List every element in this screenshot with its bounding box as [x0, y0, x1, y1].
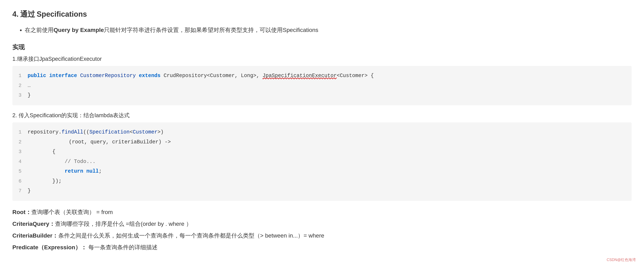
line-num-2-4: 4: [18, 157, 24, 166]
desc-criteriabuilder: CriteriaBuilder：条件之间是什么关系，如何生成一个查询条件，每一个…: [12, 230, 632, 241]
code-line-2-2: 2 (root, query, criteriaBuilder) ->: [18, 137, 626, 147]
code-line-2-5: 5 return null;: [18, 166, 626, 176]
code-line-1-2: 2 …: [18, 81, 626, 91]
step2-label: 2. 传入Specification的实现：结合lambda表达式: [12, 111, 632, 120]
section-number: 4.: [12, 8, 18, 20]
desc-root: Root：查询哪个表（关联查询） = from: [12, 207, 632, 218]
code-content-2-3: {: [28, 147, 626, 157]
desc-criteriaquery: CriteriaQuery：查询哪些字段，排序是什么 =组合(order by …: [12, 218, 632, 229]
c2-null-kw: null: [86, 168, 99, 174]
c2-Customer: Customer: [133, 129, 158, 135]
c2-generic: <: [130, 129, 133, 135]
line-num-1-3: 3: [18, 90, 24, 100]
code-content-2-7: }: [28, 186, 626, 196]
c2-repo: repository.: [28, 129, 62, 135]
code-JpaSpec: JpaSpecificationExecutor: [262, 73, 337, 79]
kw-interface: interface: [49, 73, 80, 79]
c2-close: >): [158, 129, 164, 135]
intro-bold1: Query by Example: [54, 27, 104, 33]
code-block-1: 1 public interface CustomerRepository ex…: [12, 66, 632, 105]
code-content-1-2: …: [28, 81, 626, 91]
intro-text-end: Specifications: [283, 27, 318, 33]
c2-brace-close: });: [28, 178, 62, 184]
line-num-2-2: 2: [18, 137, 24, 147]
c2-findAll: findAll: [62, 129, 83, 135]
line-num-2-6: 6: [18, 176, 24, 186]
desc-pred-label: Predicate（Expression）：: [12, 244, 87, 250]
code-content-1-1: public interface CustomerRepository exte…: [28, 71, 626, 81]
code-content-1-3: }: [28, 90, 626, 100]
impl-title: 实现: [12, 42, 632, 52]
intro-text-mid: 只能针对字符串进行条件设置，那如果希望对所有类型支持，可以使用: [104, 27, 283, 33]
step1-label: 1.继承接口JpaSpecificationExecutor: [12, 54, 632, 64]
c2-return-kw: return: [28, 168, 86, 174]
code-CustomerRepository: CustomerRepository: [80, 73, 139, 79]
desc-root-label: Root：: [12, 209, 31, 215]
code-content-2-2: (root, query, criteriaBuilder) ->: [28, 137, 626, 147]
code-content-2-4: // Todo...: [28, 157, 626, 167]
c2-brace-open: {: [28, 149, 56, 155]
code-line-2-4: 4 // Todo...: [18, 157, 626, 167]
code-content-2-6: });: [28, 176, 626, 186]
code-line-2-1: 1 repository.findAll((Specification<Cust…: [18, 127, 626, 137]
c2-params: (root, query, criteriaBuilder) ->: [44, 139, 171, 145]
desc-root-text: 查询哪个表（关联查询） = from: [31, 209, 113, 215]
c2-Spec: Specification: [90, 129, 130, 135]
line-num-2-3: 3: [18, 147, 24, 156]
code-line-1-1: 1 public interface CustomerRepository ex…: [18, 71, 626, 81]
watermark: CSDN@红色海湾: [607, 257, 636, 263]
description-lines: Root：查询哪个表（关联查询） = from CriteriaQuery：查询…: [12, 207, 632, 253]
intro-text-pre: 在之前使用: [25, 27, 54, 33]
desc-cq-label: CriteriaQuery：: [12, 221, 55, 227]
code-line-2-7: 7 }: [18, 186, 626, 196]
section-title: 4. 通过Specifications: [12, 8, 632, 20]
desc-cb-text: 条件之间是什么关系，如何生成一个查询条件，每一个查询条件都是什么类型（> bet…: [58, 232, 324, 239]
kw-extends: extends: [139, 73, 164, 79]
c2-semicolon: ;: [99, 168, 102, 174]
code-JpaSpec-rest: <Customer> {: [337, 73, 374, 79]
line-num-1-1: 1: [18, 71, 24, 80]
intro-item: 在之前使用Query by Example只能针对字符串进行条件设置，那如果希望…: [25, 25, 632, 35]
code-content-2-5: return null;: [28, 166, 626, 176]
intro-list: 在之前使用Query by Example只能针对字符串进行条件设置，那如果希望…: [25, 25, 632, 35]
c2-final-brace: }: [28, 188, 31, 194]
code-line-2-3: 3 {: [18, 147, 626, 157]
desc-cq-text: 查询哪些字段，排序是什么 =组合(order by . where ）: [55, 221, 192, 227]
code-content-2-1: repository.findAll((Specification<Custom…: [28, 127, 626, 137]
section-title-zh: 通过: [20, 8, 35, 20]
c2-comment: // Todo...: [28, 159, 96, 164]
code-CrudRepo: CrudRepository<Customer, Long>,: [164, 73, 262, 79]
code-block-2: 1 repository.findAll((Specification<Cust…: [12, 122, 632, 201]
code-line-2-6: 6 });: [18, 176, 626, 186]
section-title-en: Specifications: [37, 8, 87, 20]
code-line-1-3: 3 }: [18, 90, 626, 100]
desc-cb-label: CriteriaBuilder：: [12, 232, 58, 239]
desc-pred-text: 每一条查询条件的详细描述: [87, 244, 158, 250]
line-num-2-1: 1: [18, 127, 24, 137]
desc-predicate: Predicate（Expression）： 每一条查询条件的详细描述: [12, 242, 632, 253]
kw-public: public: [28, 73, 49, 79]
c2-paren1: ((: [83, 129, 90, 135]
line-num-1-2: 2: [18, 81, 24, 90]
line-num-2-5: 5: [18, 166, 24, 176]
line-num-2-7: 7: [18, 186, 24, 196]
